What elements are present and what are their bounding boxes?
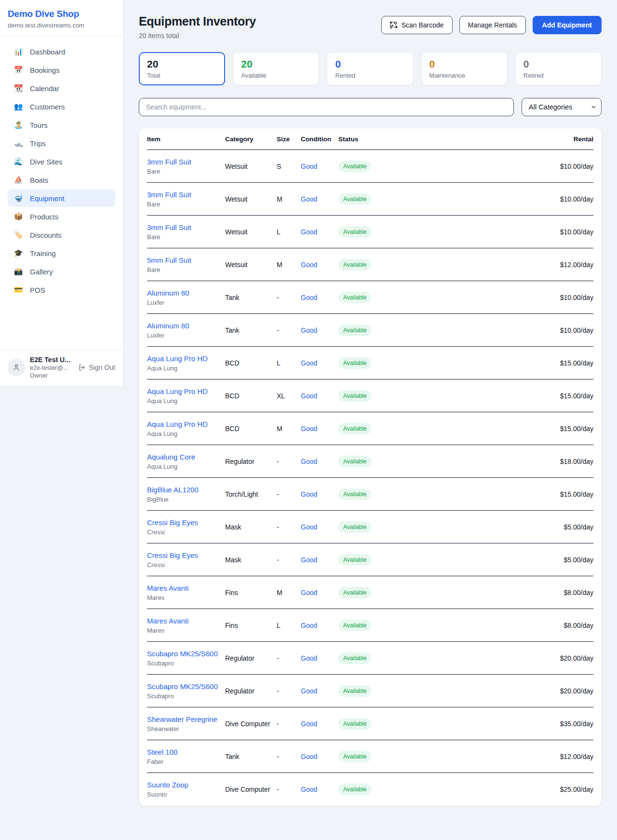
sign-out-button[interactable]: Sign Out: [78, 364, 115, 371]
condition-link[interactable]: Good: [301, 359, 317, 367]
item-name-link[interactable]: 3mm Full Suit: [147, 190, 225, 199]
size-cell: M: [277, 261, 301, 269]
scan-barcode-button[interactable]: Scan Barcode: [381, 16, 453, 34]
item-name-link[interactable]: Cressi Big Eyes: [147, 551, 225, 559]
condition-link[interactable]: Good: [301, 556, 317, 564]
condition-link[interactable]: Good: [301, 523, 317, 531]
condition-link[interactable]: Good: [301, 326, 317, 334]
item-name-link[interactable]: Shearwater Peregrine: [147, 715, 225, 723]
item-brand: Luxfer: [147, 332, 225, 339]
item-brand: Bare: [147, 168, 225, 175]
item-brand: Mares: [147, 627, 225, 634]
rental-cell: $18.00/day: [396, 458, 593, 465]
sidebar-item-equipment[interactable]: 🤿 Equipment: [8, 190, 115, 207]
item-name-link[interactable]: Aqua Lung Pro HD: [147, 354, 225, 363]
item-name-link[interactable]: 3mm Full Suit: [147, 223, 225, 231]
stat-card-rented[interactable]: 0 Rented: [327, 52, 413, 85]
item-name-link[interactable]: 5mm Full Suit: [147, 256, 225, 264]
category-cell: Fins: [225, 622, 277, 629]
item-cell: Cressi Big Eyes Cressi: [147, 518, 225, 536]
manage-rentals-button[interactable]: Manage Rentals: [459, 16, 526, 34]
item-name-link[interactable]: Aqualung Core: [147, 453, 225, 461]
condition-link[interactable]: Good: [301, 163, 317, 170]
search-input[interactable]: [139, 98, 514, 116]
condition-link[interactable]: Good: [301, 294, 317, 301]
avatar: [8, 359, 25, 376]
condition-link[interactable]: Good: [301, 654, 317, 662]
condition-link[interactable]: Good: [301, 261, 317, 269]
size-cell: -: [277, 326, 301, 334]
table-row: 3mm Full Suit Bare Wetsuit S Good Availa…: [147, 150, 593, 183]
item-name-link[interactable]: Cressi Big Eyes: [147, 518, 225, 527]
stat-card-retired[interactable]: 0 Retired: [515, 52, 602, 85]
condition-link[interactable]: Good: [301, 458, 317, 465]
item-name-link[interactable]: Aqua Lung Pro HD: [147, 420, 225, 428]
item-name-link[interactable]: Aluminum 80: [147, 322, 225, 330]
sidebar-item-training[interactable]: 🎓 Training: [8, 244, 115, 262]
products-icon: 📦: [13, 212, 23, 221]
item-name-link[interactable]: 3mm Full Suit: [147, 158, 225, 166]
item-cell: 3mm Full Suit Bare: [147, 158, 225, 175]
brand-link[interactable]: Demo Dive Shop: [8, 9, 115, 19]
condition-link[interactable]: Good: [301, 392, 317, 400]
stat-card-maintenance[interactable]: 0 Maintenance: [421, 52, 508, 85]
status-cell: Available: [338, 784, 396, 795]
sidebar-item-products[interactable]: 📦 Products: [8, 208, 115, 225]
condition-cell: Good: [301, 260, 338, 269]
size-cell: S: [277, 163, 301, 170]
sidebar-item-trips[interactable]: 🛥️ Trips: [8, 135, 115, 152]
sidebar-item-bookings[interactable]: 📅 Bookings: [8, 61, 115, 79]
condition-link[interactable]: Good: [301, 720, 317, 728]
sidebar-item-tours[interactable]: 🏝️ Tours: [8, 116, 115, 134]
sidebar-item-calendar[interactable]: 📆 Calendar: [8, 80, 115, 97]
sidebar-item-gallery[interactable]: 📸 Gallery: [8, 263, 115, 280]
status-badge: Available: [338, 292, 371, 303]
condition-link[interactable]: Good: [301, 589, 317, 596]
category-cell: Tank: [225, 294, 277, 301]
item-cell: BigBlue AL1200 BigBlue: [147, 486, 225, 503]
condition-link[interactable]: Good: [301, 425, 317, 433]
sidebar-item-dive-sites[interactable]: 🌊 Dive Sites: [8, 153, 115, 170]
add-equipment-button[interactable]: Add Equipment: [533, 16, 602, 34]
condition-link[interactable]: Good: [301, 228, 317, 236]
sidebar-item-pos[interactable]: 💳 POS: [8, 281, 115, 298]
item-name-link[interactable]: Mares Avanti: [147, 617, 225, 625]
status-badge: Available: [338, 554, 371, 566]
sidebar-item-label: Products: [30, 213, 58, 221]
condition-cell: Good: [301, 785, 338, 794]
condition-link[interactable]: Good: [301, 786, 317, 793]
size-cell: -: [277, 786, 301, 793]
item-name-link[interactable]: Suunto Zoop: [147, 781, 225, 789]
sidebar-item-discounts[interactable]: 🏷️ Discounts: [8, 226, 115, 244]
category-select[interactable]: All Categories: [522, 98, 602, 116]
item-name-link[interactable]: Steel 100: [147, 748, 225, 756]
sidebar-item-boats[interactable]: ⛵ Boats: [8, 171, 115, 189]
sidebar-item-customers[interactable]: 👥 Customers: [8, 98, 115, 115]
condition-cell: Good: [301, 588, 338, 597]
item-name-link[interactable]: Scubapro MK25/S600: [147, 650, 225, 658]
condition-link[interactable]: Good: [301, 687, 317, 695]
page-header-titles: Equipment Inventory 20 items total: [139, 14, 256, 40]
sign-out-label: Sign Out: [89, 364, 115, 371]
barcode-scan-icon: [390, 22, 397, 29]
stat-card-available[interactable]: 20 Available: [233, 52, 319, 85]
item-name-link[interactable]: Scubapro MK25/S600: [147, 682, 225, 691]
category-cell: Fins: [225, 589, 277, 596]
stat-card-total[interactable]: 20 Total: [139, 52, 225, 85]
condition-link[interactable]: Good: [301, 622, 317, 629]
sidebar-item-dashboard[interactable]: 📊 Dashboard: [8, 43, 115, 60]
table-row: Scubapro MK25/S600 Scubapro Regulator - …: [147, 642, 593, 675]
condition-link[interactable]: Good: [301, 490, 317, 498]
item-name-link[interactable]: Aqua Lung Pro HD: [147, 387, 225, 395]
item-name-link[interactable]: BigBlue AL1200: [147, 486, 225, 494]
stat-value: 0: [335, 58, 405, 70]
item-name-link[interactable]: Aluminum 80: [147, 289, 225, 297]
condition-link[interactable]: Good: [301, 195, 317, 203]
status-badge: Available: [338, 784, 371, 795]
table-row: 5mm Full Suit Bare Wetsuit M Good Availa…: [147, 248, 593, 281]
item-name-link[interactable]: Mares Avanti: [147, 584, 225, 592]
condition-cell: Good: [301, 359, 338, 367]
condition-link[interactable]: Good: [301, 753, 317, 760]
header-buttons: Scan Barcode Manage Rentals Add Equipmen…: [381, 16, 602, 34]
condition-cell: Good: [301, 621, 338, 630]
